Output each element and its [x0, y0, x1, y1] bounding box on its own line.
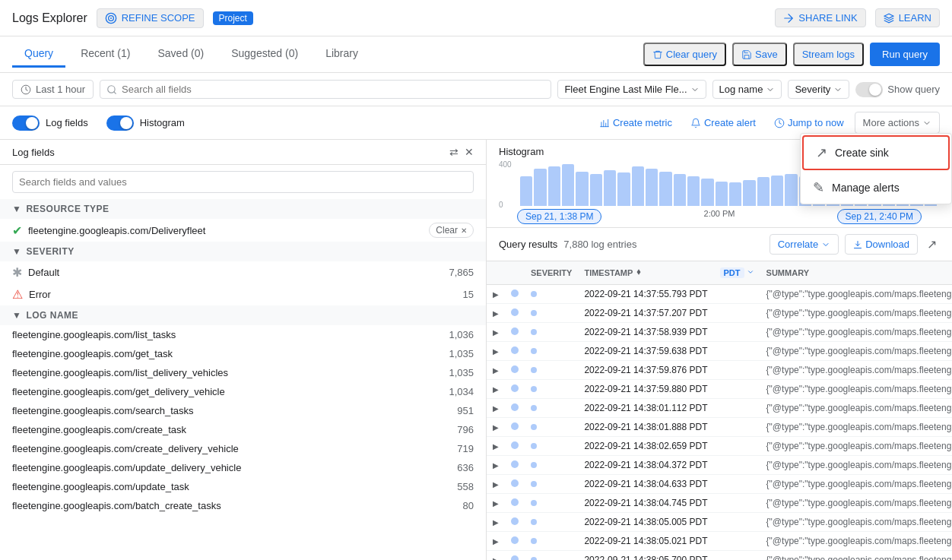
severity-dot: [511, 346, 519, 354]
severity-error-item: ⚠ Error 15: [0, 283, 486, 305]
expand-row-icon[interactable]: ▶: [493, 404, 499, 413]
table-row[interactable]: ▶ 2022-09-21 14:37:59.638 PDT {"@type":"…: [487, 342, 952, 361]
histogram-bar: [590, 174, 602, 206]
expand-row-icon[interactable]: ▶: [493, 518, 499, 527]
search-input[interactable]: [122, 84, 544, 95]
clear-resource-type-button[interactable]: Clear ✕: [429, 223, 474, 238]
histogram-bar: [743, 180, 755, 206]
col-pdt[interactable]: PDT: [714, 261, 760, 285]
save-button[interactable]: Save: [732, 43, 787, 66]
pdt-cell: [714, 361, 760, 380]
timeline-end[interactable]: Sep 21, 2:40 PM: [837, 209, 922, 224]
col-severity[interactable]: SEVERITY: [525, 261, 578, 285]
expand-row-icon[interactable]: ▶: [493, 480, 499, 489]
table-row[interactable]: ▶ 2022-09-21 14:38:01.112 PDT {"@type":"…: [487, 399, 952, 418]
tab-suggested[interactable]: Suggested (0): [219, 41, 310, 68]
expand-row-icon[interactable]: ▶: [493, 366, 499, 375]
pdt-cell: [714, 437, 760, 456]
table-row[interactable]: ▶ 2022-09-21 14:37:59.876 PDT {"@type":"…: [487, 361, 952, 380]
manage-alerts-item[interactable]: ✎ Manage alerts: [801, 172, 951, 204]
summary-cell: {"@type":"type.googleapis.com/maps.fleet…: [760, 399, 952, 418]
table-row[interactable]: ▶ 2022-09-21 14:38:04.633 PDT {"@type":"…: [487, 475, 952, 494]
clear-query-button[interactable]: Clear query: [643, 43, 726, 66]
expand-row-icon[interactable]: ▶: [493, 309, 499, 318]
severity-expand-icon[interactable]: ▼: [12, 246, 21, 257]
expand-row-icon[interactable]: ▶: [493, 290, 499, 299]
create-sink-item[interactable]: ↗ Create sink: [802, 135, 950, 170]
expand-table-button[interactable]: ↗: [924, 234, 940, 255]
expand-row-icon[interactable]: ▶: [493, 328, 499, 337]
tab-library[interactable]: Library: [313, 41, 370, 68]
expand-row-icon[interactable]: ▶: [493, 347, 499, 356]
expand-row-icon[interactable]: ▶: [493, 385, 499, 394]
search-input-wrap: [100, 80, 551, 99]
save-icon: [741, 49, 752, 60]
pdt-cell: [714, 551, 760, 561]
tab-saved[interactable]: Saved (0): [145, 41, 216, 68]
y-axis-max: 400: [499, 160, 512, 169]
severity-dropdown[interactable]: Severity: [788, 80, 849, 99]
histogram-toggle[interactable]: [106, 115, 134, 131]
create-metric-button[interactable]: Create metric: [592, 112, 680, 133]
refine-scope-button[interactable]: REFINE SCOPE: [97, 8, 204, 28]
field-search-input[interactable]: [12, 171, 474, 193]
searchbar: Last 1 hour Fleet Engine Last Mile Fle..…: [0, 73, 952, 106]
log-fields-toggle-wrap: Log fields: [12, 115, 88, 131]
time-range-button[interactable]: Last 1 hour: [12, 80, 94, 99]
log-name-dropdown[interactable]: Log name: [712, 80, 782, 99]
table-row[interactable]: ▶ 2022-09-21 14:38:02.659 PDT {"@type":"…: [487, 437, 952, 456]
expand-icon[interactable]: ⇄: [449, 146, 459, 158]
table-row[interactable]: ▶ 2022-09-21 14:38:05.700 PDT {"@type":"…: [487, 551, 952, 561]
timestamp-cell: 2022-09-21 14:37:59.638 PDT: [578, 342, 713, 361]
sort-icon: [635, 268, 643, 276]
severity-dot-2: [531, 500, 537, 506]
show-query-toggle[interactable]: [855, 82, 883, 97]
expand-row-icon[interactable]: ▶: [493, 537, 499, 546]
severity-dot: [511, 289, 519, 297]
table-row[interactable]: ▶ 2022-09-21 14:38:04.372 PDT {"@type":"…: [487, 456, 952, 475]
refine-scope-icon: [105, 12, 117, 24]
table-row[interactable]: ▶ 2022-09-21 14:37:57.207 PDT {"@type":"…: [487, 304, 952, 323]
create-alert-button[interactable]: Create alert: [683, 112, 763, 133]
timeline-labels: Sep 21, 1:38 PM 2:00 PM Sep 21, 2:40 PM: [499, 206, 940, 227]
log-name-expand-icon[interactable]: ▼: [12, 310, 21, 321]
severity-dot-2: [531, 424, 537, 430]
topbar: Logs Explorer REFINE SCOPE Project SHARE…: [0, 0, 952, 36]
expand-row-icon[interactable]: ▶: [493, 499, 499, 508]
expand-row-icon[interactable]: ▶: [493, 556, 499, 560]
resource-filter-dropdown[interactable]: Fleet Engine Last Mile Fle...: [557, 80, 706, 99]
tab-query[interactable]: Query: [12, 41, 65, 68]
download-button[interactable]: Download: [845, 234, 918, 255]
table-row[interactable]: ▶ 2022-09-21 14:38:04.745 PDT {"@type":"…: [487, 494, 952, 513]
tab-recent[interactable]: Recent (1): [68, 41, 142, 68]
expand-row-icon[interactable]: ▶: [493, 442, 499, 451]
more-actions-button[interactable]: More actions: [855, 112, 940, 134]
table-row[interactable]: ▶ 2022-09-21 14:37:59.880 PDT {"@type":"…: [487, 380, 952, 399]
severity-dot: [511, 460, 519, 468]
learn-button[interactable]: LEARN: [875, 8, 940, 27]
stream-logs-button[interactable]: Stream logs: [793, 43, 864, 66]
pdt-cell: [714, 456, 760, 475]
timestamp-cell: 2022-09-21 14:38:04.372 PDT: [578, 456, 713, 475]
table-row[interactable]: ▶ 2022-09-21 14:38:05.021 PDT {"@type":"…: [487, 532, 952, 551]
share-link-button[interactable]: SHARE LINK: [775, 8, 865, 27]
table-row[interactable]: ▶ 2022-09-21 14:38:01.888 PDT {"@type":"…: [487, 418, 952, 437]
log-fields-toggle[interactable]: [12, 115, 40, 131]
histogram-bar: [646, 169, 658, 206]
summary-cell: {"@type":"type.googleapis.com/maps.fleet…: [760, 437, 952, 456]
resource-type-expand-icon[interactable]: ▼: [12, 204, 21, 214]
close-panel-icon[interactable]: ✕: [465, 146, 474, 158]
log-name-item: fleetengine.googleapis.com/get_delivery_…: [0, 382, 486, 401]
expand-row-icon[interactable]: ▶: [493, 423, 499, 432]
log-name-items: fleetengine.googleapis.com/list_tasks 1,…: [0, 325, 486, 515]
timestamp-cell: 2022-09-21 14:38:04.745 PDT: [578, 494, 713, 513]
table-row[interactable]: ▶ 2022-09-21 14:37:58.939 PDT {"@type":"…: [487, 323, 952, 342]
correlate-button[interactable]: Correlate: [770, 234, 839, 255]
table-row[interactable]: ▶ 2022-09-21 14:37:55.793 PDT {"@type":"…: [487, 285, 952, 304]
col-timestamp[interactable]: TIMESTAMP: [578, 261, 713, 285]
jump-to-now-button[interactable]: Jump to now: [766, 112, 852, 133]
table-row[interactable]: ▶ 2022-09-21 14:38:05.005 PDT {"@type":"…: [487, 513, 952, 532]
expand-row-icon[interactable]: ▶: [493, 461, 499, 470]
run-query-button[interactable]: Run query: [870, 43, 940, 66]
timeline-start[interactable]: Sep 21, 1:38 PM: [517, 209, 601, 224]
